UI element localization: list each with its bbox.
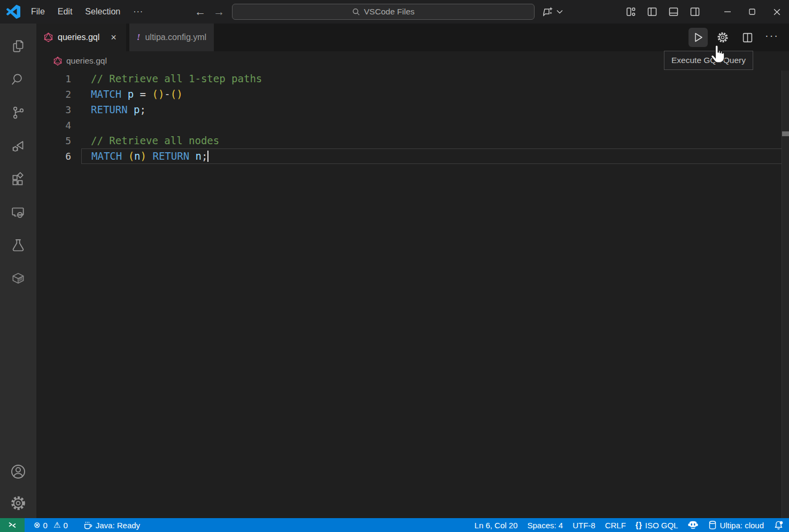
maximize-button[interactable] xyxy=(740,0,764,24)
line-number: 6 xyxy=(36,148,71,164)
search-view-icon[interactable] xyxy=(5,63,31,96)
tab-close-icon[interactable]: × xyxy=(109,32,119,44)
tab-bar: queries.gql × ! ultipa.config.yml xyxy=(36,24,789,51)
command-center-search[interactable]: VSCode Files xyxy=(232,4,535,20)
problems-indicator[interactable]: ⊗ 0 ⚠ 0 xyxy=(29,518,73,532)
notifications-bell[interactable] xyxy=(769,518,786,532)
code-line[interactable]: 2MATCH p = ()-() xyxy=(36,87,789,102)
toggle-panel-icon[interactable] xyxy=(665,4,682,20)
containers-icon[interactable] xyxy=(5,262,31,295)
menu-overflow-button[interactable]: ··· xyxy=(127,7,150,17)
search-icon xyxy=(352,8,360,16)
language-mode[interactable]: {} ISO GQL xyxy=(631,518,683,532)
tab-queries-gql[interactable]: queries.gql × xyxy=(36,24,126,51)
run-query-button[interactable] xyxy=(689,28,708,47)
testing-icon[interactable] xyxy=(5,229,31,262)
coffee-cup-icon xyxy=(83,520,93,530)
minimize-button[interactable] xyxy=(715,0,740,24)
menu-file[interactable]: File xyxy=(25,4,51,20)
toggle-secondary-sidebar-icon[interactable] xyxy=(686,4,703,20)
menu-selection[interactable]: Selection xyxy=(79,4,127,20)
remote-indicator[interactable] xyxy=(0,518,25,532)
breadcrumb-file[interactable]: queries.gql xyxy=(66,56,107,66)
database-icon xyxy=(708,520,717,530)
gear-icon xyxy=(716,31,729,44)
vscode-window: File Edit Selection ··· ← → VSCode Files xyxy=(0,0,789,532)
remote-icon xyxy=(7,521,17,529)
line-number: 5 xyxy=(36,133,71,148)
code-lines: 1// Retrieve all 1-step paths2MATCH p = … xyxy=(36,71,789,164)
settings-gear-icon[interactable] xyxy=(5,488,31,518)
eol-indicator[interactable]: CRLF xyxy=(600,518,631,532)
code-editor[interactable]: 1// Retrieve all 1-step paths2MATCH p = … xyxy=(36,71,789,518)
code-line[interactable]: 4 xyxy=(36,118,789,133)
explorer-icon[interactable] xyxy=(5,30,31,63)
line-number: 2 xyxy=(36,87,71,102)
ultipa-status[interactable]: Ultipa: cloud xyxy=(703,518,769,532)
tab-label: queries.gql xyxy=(58,33,99,42)
more-actions-button[interactable]: ··· xyxy=(762,28,782,47)
bell-icon xyxy=(773,520,784,530)
close-window-button[interactable] xyxy=(764,0,789,24)
vscode-logo-icon xyxy=(6,5,20,19)
play-icon xyxy=(692,32,704,43)
line-content[interactable]: MATCH (n) RETURN n; xyxy=(81,148,789,164)
scrollbar-marker[interactable] xyxy=(782,131,789,136)
split-editor-icon xyxy=(742,32,753,43)
code-line[interactable]: 6MATCH (n) RETURN n; xyxy=(36,148,789,164)
warning-icon: ⚠ xyxy=(53,520,60,530)
editor-scrollbar[interactable] xyxy=(782,71,789,518)
split-editor-button[interactable] xyxy=(738,28,757,47)
line-content[interactable]: // Retrieve all nodes xyxy=(81,133,789,148)
run-and-debug-icon[interactable] xyxy=(5,129,31,162)
text-cursor xyxy=(207,151,208,162)
nav-back-icon[interactable]: ← xyxy=(195,4,206,20)
title-bar: File Edit Selection ··· ← → VSCode Files xyxy=(0,0,789,24)
line-number: 4 xyxy=(36,118,71,133)
code-line[interactable]: 5// Retrieve all nodes xyxy=(36,133,789,148)
line-number: 1 xyxy=(36,71,71,87)
editor-actions: ··· xyxy=(689,24,782,51)
extensions-icon[interactable] xyxy=(5,162,31,195)
line-content[interactable]: MATCH p = ()-() xyxy=(81,87,789,102)
braces-icon: {} xyxy=(636,521,643,529)
indentation-indicator[interactable]: Spaces: 4 xyxy=(522,518,568,532)
code-line[interactable]: 3RETURN p; xyxy=(36,102,789,118)
encoding-indicator[interactable]: UTF-8 xyxy=(568,518,600,532)
error-count: 0 xyxy=(43,521,48,530)
mouse-pointer-hand xyxy=(709,45,727,65)
warning-count: 0 xyxy=(63,521,67,530)
error-icon: ⊗ xyxy=(34,520,41,530)
copilot-status[interactable] xyxy=(683,518,703,532)
tab-label: ultipa.config.yml xyxy=(145,33,206,42)
cursor-position[interactable]: Ln 6, Col 20 xyxy=(470,518,523,532)
copilot-menu-button[interactable] xyxy=(542,5,563,18)
java-status[interactable]: Java: Ready xyxy=(78,518,145,532)
status-bar: ⊗ 0 ⚠ 0 Java: Ready Ln 6, Col 20 Spaces:… xyxy=(0,518,789,532)
chevron-down-icon xyxy=(556,10,563,14)
line-content[interactable]: RETURN p; xyxy=(81,102,789,118)
customize-layout-icon[interactable] xyxy=(622,4,639,20)
toggle-primary-sidebar-icon[interactable] xyxy=(644,4,661,20)
ellipsis-icon: ··· xyxy=(765,29,779,46)
line-content[interactable] xyxy=(81,118,789,133)
java-status-text: Java: Ready xyxy=(96,521,140,530)
line-content[interactable]: // Retrieve all 1-step paths xyxy=(81,71,789,87)
copilot-chat-icon xyxy=(542,5,555,18)
editor-settings-button[interactable] xyxy=(713,28,732,47)
code-line[interactable]: 1// Retrieve all 1-step paths xyxy=(36,71,789,87)
line-number: 3 xyxy=(36,102,71,118)
graphql-file-icon xyxy=(53,57,62,66)
copilot-icon xyxy=(687,520,699,530)
language-label: ISO GQL xyxy=(645,521,678,530)
menu-edit[interactable]: Edit xyxy=(51,4,79,20)
search-placeholder: VSCode Files xyxy=(364,7,415,17)
remote-explorer-icon[interactable] xyxy=(5,195,31,229)
yaml-file-icon: ! xyxy=(137,32,141,43)
graphql-file-icon xyxy=(44,33,53,42)
nav-forward-icon[interactable]: → xyxy=(213,4,225,20)
accounts-icon[interactable] xyxy=(5,455,31,488)
tab-ultipa-config-yml[interactable]: ! ultipa.config.yml xyxy=(129,24,214,51)
source-control-icon[interactable] xyxy=(5,96,31,129)
activity-bar xyxy=(0,24,36,518)
